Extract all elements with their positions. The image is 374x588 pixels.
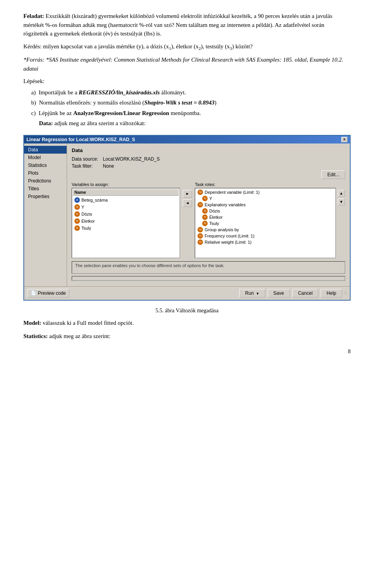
cancel-button[interactable]: Cancel [292,289,318,298]
step-a: a) Importáljuk be a REGRESSZIÓ/lin_kiszá… [31,88,351,97]
expl-eletkor-icon: N [202,214,208,220]
dep-var-icon: N [198,190,203,195]
variables-label: Variables to assign: [72,182,180,187]
help-label: Help [326,290,336,296]
sidebar-item-model[interactable]: Model [24,154,67,161]
arrow-buttons-col: ► ◄ [182,182,193,258]
right-scroll-col: ▲ ▼ [337,182,345,258]
dialog-title: Linear Regression for Local:WORK.KISZ_RA… [26,137,135,142]
var-eletkor[interactable]: N Életkor [73,218,179,225]
paragraph-2: Kérdés: milyen kapcsolat van a javulás m… [23,42,351,52]
task-roles-list: N Dependent variable (Limit: 1) N Y N [195,188,336,258]
dep-var-label: Dependent variable (Limit: 1) [205,190,259,195]
dep-var-row: N Dependent variable (Limit: 1) [196,189,335,195]
dialog-footer: 📄 Preview code Run ▼ Save Cancel Help ⁝⁝ [24,286,350,300]
group-analysis-row: N Group analysis by [196,227,335,233]
expl-tsuly-row: N Tsuly [196,220,335,227]
help-button[interactable]: Help [321,289,342,298]
var-icon-beteg: A [74,197,80,203]
rel-weight-row: N Relative weight (Limit: 1) [196,239,335,245]
bottom-para-statistics: Statistics: adjuk meg az ábra szerint: [23,332,351,341]
var-icon-tsuly: N [74,225,80,231]
var-dozis[interactable]: N Dózis [73,211,179,218]
task-roles-panel: Task roles: N Dependent variable (Limit:… [195,182,336,258]
cancel-label: Cancel [298,290,312,296]
dep-var-y-icon: N [202,196,208,201]
var-label-beteg: Beteg_száma [81,198,108,202]
sidebar-item-plots[interactable]: Plots [24,169,67,177]
run-dropdown-arrow: ▼ [256,292,259,296]
var-tsuly[interactable]: N Tsuly [73,225,179,232]
dep-var-y-label: Y [209,196,212,201]
var-col-header: Name [73,189,179,196]
scroll-up-button[interactable]: ▲ [338,190,345,197]
var-beteg[interactable]: A Beteg_száma [73,197,179,204]
expl-tsuly-label: Tsuly [209,221,219,226]
dep-var-assigned-y: N Y [196,195,335,202]
data-source-label: Data source: [72,156,103,162]
rel-weight-icon: N [198,239,203,245]
expl-tsuly-icon: N [202,221,208,226]
sidebar-item-predictions[interactable]: Predictions [24,177,67,185]
steps-label: Lépések: [23,77,351,86]
section-title-data: Data [72,147,345,153]
dialog-body: Data Model Statistics Plots Predictions … [24,143,350,286]
var-y[interactable]: N Y [73,204,179,211]
var-icon-eletkor: N [74,218,80,224]
var-label-y: Y [81,205,84,209]
expl-vars-label: Explanatory variables [205,202,245,207]
close-button[interactable]: × [341,137,348,142]
sidebar-item-data[interactable]: Data [24,146,67,154]
resize-grip: ⁝⁝ [344,291,347,295]
step-c: c) Lépjünk be az Analyze/Regression/Line… [31,109,351,118]
preview-code-label: Preview code [38,290,66,296]
task-filter-row: Task filter: None [72,163,345,169]
scrollbar[interactable] [72,276,345,281]
dialog-main-area: Data Data source: Local:WORK.KISZ_RAD_S … [67,143,350,286]
source-note: *Forrás: *SAS Institute engedélyével: Co… [23,55,351,73]
task-roles-label: Task roles: [195,182,336,187]
arrow-right-button[interactable]: ► [183,190,192,198]
expl-eletkor-label: Életkor [209,215,222,220]
paragraph-1: Feladat: Exszikkált (kiszáradt) gyermeke… [23,12,351,38]
variables-list: Name A Beteg_száma N Y [72,188,180,258]
save-button[interactable]: Save [268,289,290,298]
preview-code-button[interactable]: 📄 Preview code [27,289,69,298]
edit-button[interactable]: Edit... [321,170,345,179]
status-bar: The selection pane enables you to choose… [72,261,345,274]
edit-row: Edit... [72,170,345,179]
run-label: Run [245,290,254,296]
data-source-value: Local:WORK.KISZ_RAD_S [103,156,160,162]
status-bar-text: The selection pane enables you to choose… [75,263,224,268]
save-label: Save [273,290,284,296]
document-icon: 📄 [31,290,36,296]
sidebar-item-statistics[interactable]: Statistics [24,161,67,169]
freq-count-icon: N [198,233,203,239]
expl-vars-icon: N [198,202,203,207]
var-label-eletkor: Életkor [81,219,95,223]
freq-count-label: Frequency count (Limit: 1) [205,234,254,238]
step-b: b) Normalitás ellenőrzés: y normális elo… [31,98,351,107]
page-content: Feladat: Exszikkált (kiszáradt) gyermeke… [23,12,351,341]
expl-dozis-icon: N [202,208,208,214]
var-label-tsuly: Tsuly [81,226,91,230]
data-source-row: Data source: Local:WORK.KISZ_RAD_S [72,156,345,162]
variables-to-assign-panel: Variables to assign: Name A Beteg_száma … [72,182,180,258]
expl-dozis-label: Dózis [209,209,220,213]
sidebar-item-properties[interactable]: Properties [24,193,67,200]
expl-vars-row: N Explanatory variables [196,202,335,208]
expl-eletkor-row: N Életkor [196,214,335,220]
dialog-sidebar: Data Model Statistics Plots Predictions … [24,143,67,286]
step-data: Data: adjuk meg az ábra szerint a változ… [39,119,351,128]
variables-area: Variables to assign: Name A Beteg_száma … [72,182,345,258]
sidebar-item-titles[interactable]: Titles [24,185,67,193]
bottom-para-model: Model: válasszuk ki a Full model fitted … [23,319,351,328]
linear-regression-dialog: Linear Regression for Local:WORK.KISZ_RA… [23,135,351,301]
task-filter-label: Task filter: [72,163,103,169]
arrow-left-button[interactable]: ◄ [183,199,192,207]
expl-dozis-row: N Dózis [196,208,335,214]
group-analysis-label: Group analysis by [205,227,239,232]
scroll-down-button[interactable]: ▼ [338,198,345,205]
figure-caption: 5.5. ábra Változók megadása [23,308,351,314]
run-button[interactable]: Run ▼ [239,289,265,298]
